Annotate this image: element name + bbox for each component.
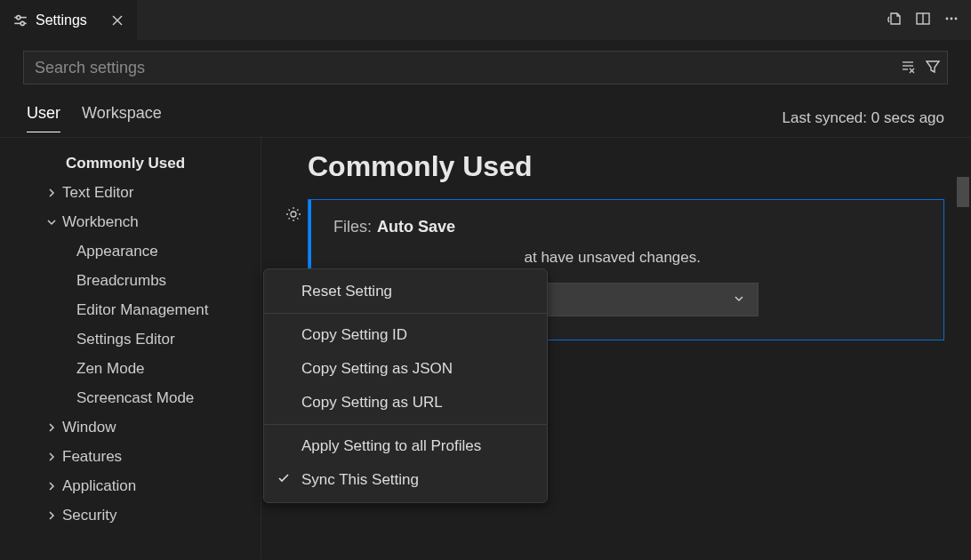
tree-item-workbench[interactable]: Workbench [44, 207, 261, 236]
scope-tab-user[interactable]: User [27, 104, 60, 132]
tree-item-window[interactable]: Window [44, 412, 261, 442]
check-icon [277, 471, 291, 490]
menu-separator [264, 424, 547, 425]
tree-item-settings-editor[interactable]: Settings Editor [44, 324, 261, 354]
filter-icon[interactable] [924, 58, 942, 78]
chevron-right-icon [44, 510, 59, 521]
chevron-right-icon [44, 452, 59, 462]
split-editor-icon[interactable] [914, 10, 932, 30]
svg-point-10 [955, 18, 958, 20]
tab-settings[interactable]: Settings [0, 0, 138, 40]
search-settings-box[interactable] [23, 51, 948, 84]
settings-tree: Commonly Used Text Editor Workbench Appe… [0, 138, 261, 558]
chevron-right-icon [44, 422, 59, 433]
svg-point-3 [20, 21, 24, 25]
chevron-down-icon [44, 217, 59, 228]
clear-search-icon[interactable] [899, 58, 917, 78]
tree-item-commonly-used[interactable]: Commonly Used [44, 148, 261, 178]
tree-item-appearance[interactable]: Appearance [44, 236, 261, 266]
tab-label: Settings [36, 12, 87, 28]
setting-title: Files: Auto Save [333, 218, 924, 236]
tree-item-screencast-mode[interactable]: Screencast Mode [44, 383, 261, 412]
menu-copy-setting-json[interactable]: Copy Setting as JSON [264, 352, 547, 386]
setting-context-menu: Reset Setting Copy Setting ID Copy Setti… [263, 268, 548, 503]
close-icon[interactable] [110, 13, 124, 28]
menu-reset-setting[interactable]: Reset Setting [264, 275, 547, 308]
scrollbar-thumb[interactable] [957, 177, 969, 207]
menu-copy-setting-url[interactable]: Copy Setting as URL [264, 386, 547, 420]
more-actions-icon[interactable] [943, 10, 960, 30]
tree-item-editor-management[interactable]: Editor Management [44, 295, 261, 324]
tab-bar-spacer [138, 0, 886, 40]
chevron-right-icon [44, 481, 59, 492]
svg-point-9 [951, 18, 953, 20]
open-changes-icon[interactable] [886, 10, 903, 30]
scope-tab-workspace[interactable]: Workspace [82, 104, 162, 132]
svg-point-2 [17, 15, 20, 19]
menu-separator [264, 313, 547, 314]
tree-item-text-editor[interactable]: Text Editor [44, 178, 261, 207]
sync-status: Last synced: 0 secs ago [782, 109, 944, 127]
tree-item-features[interactable]: Features [44, 442, 261, 471]
tree-item-application[interactable]: Application [44, 471, 261, 500]
setting-description: Controls auto save of files that have un… [333, 249, 924, 267]
tree-item-security[interactable]: Security [44, 500, 261, 530]
settings-sliders-icon [12, 12, 28, 28]
tree-item-breadcrumbs[interactable]: Breadcrumbs [44, 266, 261, 295]
search-settings-input[interactable] [35, 59, 899, 77]
menu-copy-setting-id[interactable]: Copy Setting ID [264, 318, 547, 352]
tree-item-zen-mode[interactable]: Zen Mode [44, 354, 261, 383]
svg-point-16 [291, 212, 296, 217]
menu-sync-this-setting[interactable]: Sync This Setting [264, 463, 547, 497]
chevron-right-icon [44, 188, 59, 198]
section-title: Commonly Used [308, 150, 944, 183]
svg-point-8 [946, 18, 949, 20]
menu-apply-all-profiles[interactable]: Apply Setting to all Profiles [264, 429, 547, 463]
gear-icon[interactable] [285, 205, 302, 226]
chevron-down-icon [733, 292, 745, 308]
